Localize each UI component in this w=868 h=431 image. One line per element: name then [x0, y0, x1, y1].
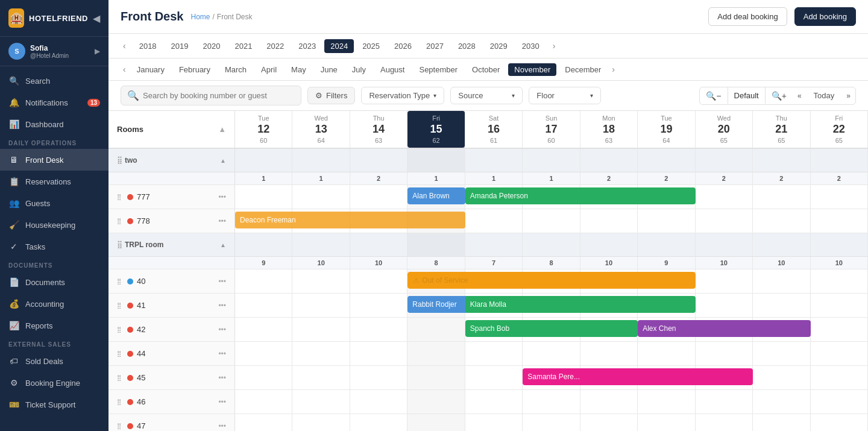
room-more-button[interactable]: ••• [218, 350, 226, 358]
drag-handle-icon[interactable]: ⣿ [117, 156, 122, 165]
sidebar-item-search[interactable]: 🔍 Search [0, 70, 108, 92]
year-next-button[interactable]: › [550, 39, 558, 53]
day-cell-3[interactable] [407, 414, 465, 431]
day-cell-9[interactable] [753, 366, 810, 389]
day-cell-10[interactable] [811, 209, 868, 233]
add-booking-button[interactable]: Add booking [794, 7, 856, 26]
day-cell-1[interactable] [292, 185, 350, 209]
year-item-2028[interactable]: 2028 [452, 39, 482, 53]
month-item-april[interactable]: April [255, 63, 283, 76]
year-item-2025[interactable]: 2025 [356, 39, 386, 53]
day-cell-9[interactable] [753, 209, 810, 233]
day-cell-10[interactable] [811, 366, 868, 389]
day-cell-3[interactable] [407, 366, 465, 389]
day-cell-8[interactable] [696, 185, 753, 209]
year-item-2018[interactable]: 2018 [133, 39, 163, 53]
booking-bar[interactable]: Spanch Bob [465, 320, 638, 337]
month-item-january[interactable]: January [131, 63, 171, 76]
month-item-may[interactable]: May [285, 63, 312, 76]
room-more-button[interactable]: ••• [218, 193, 226, 201]
section-expand-icon[interactable]: ▲ [220, 157, 226, 164]
day-cell-2[interactable] [350, 294, 407, 317]
day-cell-4[interactable] [465, 414, 523, 431]
drag-handle-icon[interactable]: ⣿ [117, 374, 121, 381]
year-item-2027[interactable]: 2027 [420, 39, 450, 53]
drag-handle-icon[interactable]: ⣿ [117, 302, 121, 309]
sidebar-item-notifications[interactable]: 🔔 Notifications 13 [0, 92, 108, 113]
day-cell-1[interactable] [292, 342, 350, 365]
month-item-july[interactable]: July [346, 63, 372, 76]
month-item-august[interactable]: August [374, 63, 410, 76]
day-cell-7[interactable] [638, 342, 695, 365]
zoom-out-button[interactable]: 🔍− [700, 87, 727, 104]
month-prev-button[interactable]: ‹ [121, 62, 128, 77]
day-cell-8[interactable] [696, 390, 753, 414]
booking-bar[interactable]: Samanta Pere... [523, 368, 753, 385]
day-cell-1[interactable] [292, 414, 350, 431]
day-cell-6[interactable] [580, 342, 638, 365]
day-cell-5[interactable] [523, 209, 580, 233]
year-item-2029[interactable]: 2029 [484, 39, 514, 53]
expand-user-icon[interactable]: ▶ [95, 47, 100, 55]
day-cell-3[interactable] [407, 342, 465, 365]
day-cell-10[interactable] [811, 390, 868, 414]
month-item-september[interactable]: September [413, 63, 464, 76]
day-cell-1[interactable] [292, 366, 350, 389]
sidebar-item-front-desk[interactable]: 🖥 Front Desk [0, 149, 108, 171]
booking-bar[interactable]: Amanda Peterson [465, 187, 696, 204]
sidebar-item-sold-deals[interactable]: 🏷 Sold Deals [0, 350, 108, 372]
day-cell-9[interactable] [753, 185, 810, 209]
day-cell-10[interactable] [811, 342, 868, 365]
booking-bar[interactable]: Alan Brown [407, 187, 465, 204]
room-more-button[interactable]: ••• [218, 277, 226, 286]
day-cell-2[interactable] [350, 269, 407, 293]
source-select[interactable]: Source ▾ [450, 87, 523, 104]
day-cell-0[interactable] [235, 294, 292, 317]
year-prev-button[interactable]: ‹ [121, 39, 128, 53]
day-cell-10[interactable] [811, 318, 868, 341]
sidebar-item-housekeeping[interactable]: 🧹 Housekeeping [0, 214, 108, 236]
room-more-button[interactable]: ••• [218, 374, 226, 382]
calendar-prev-button[interactable]: « [793, 88, 807, 104]
day-cell-0[interactable] [235, 414, 292, 431]
day-cell-4[interactable] [465, 366, 523, 389]
search-input[interactable] [143, 91, 295, 100]
sidebar-collapse-button[interactable]: ◀ [93, 13, 100, 24]
day-cell-8[interactable] [696, 294, 753, 317]
year-item-2020[interactable]: 2020 [197, 39, 227, 53]
drag-handle-icon[interactable]: ⣿ [117, 350, 121, 357]
room-more-button[interactable]: ••• [218, 301, 226, 310]
sidebar-item-tasks[interactable]: ✓ Tasks [0, 236, 108, 257]
day-cell-8[interactable] [696, 414, 753, 431]
day-cell-2[interactable] [350, 342, 407, 365]
day-cell-0[interactable] [235, 342, 292, 365]
day-cell-4[interactable] [465, 342, 523, 365]
room-more-button[interactable]: ••• [218, 398, 226, 406]
day-cell-9[interactable] [753, 269, 810, 293]
day-cell-6[interactable] [580, 390, 638, 414]
day-cell-10[interactable] [811, 185, 868, 209]
day-cell-2[interactable] [350, 414, 407, 431]
room-more-button[interactable]: ••• [218, 217, 226, 225]
year-item-2019[interactable]: 2019 [165, 39, 195, 53]
year-item-2024[interactable]: 2024 [324, 39, 354, 53]
month-item-march[interactable]: March [219, 63, 253, 76]
day-cell-5[interactable] [523, 342, 580, 365]
month-item-february[interactable]: February [173, 63, 216, 76]
day-cell-8[interactable] [696, 269, 753, 293]
day-cell-10[interactable] [811, 414, 868, 431]
day-cell-0[interactable] [235, 318, 292, 341]
sidebar-item-dashboard[interactable]: 📊 Dashboard [0, 113, 108, 135]
section-expand-icon[interactable]: ▲ [220, 242, 226, 248]
drag-handle-icon[interactable]: ⣿ [117, 398, 121, 405]
day-cell-10[interactable] [811, 269, 868, 293]
day-cell-1[interactable] [292, 269, 350, 293]
day-cell-0[interactable] [235, 366, 292, 389]
filters-button[interactable]: ⚙ Filters [307, 87, 355, 104]
day-cell-2[interactable] [350, 390, 407, 414]
drag-handle-icon[interactable]: ⣿ [117, 278, 121, 285]
year-item-2026[interactable]: 2026 [388, 39, 418, 53]
month-item-december[interactable]: December [559, 63, 607, 76]
rooms-collapse-icon[interactable]: ▲ [218, 125, 226, 134]
year-item-2030[interactable]: 2030 [516, 39, 546, 53]
